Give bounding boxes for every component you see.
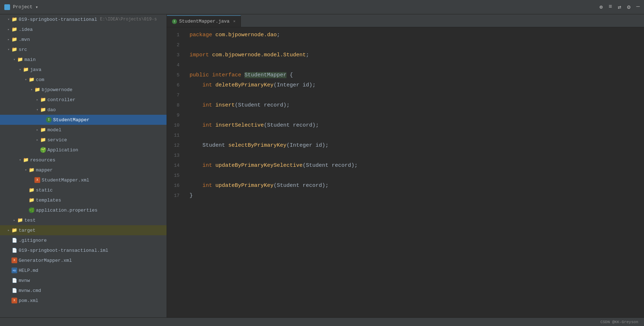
sidebar-item-controller[interactable]: 📁controller bbox=[0, 95, 167, 105]
sidebar-item-applicationProperties[interactable]: 🌿application.properties bbox=[0, 205, 167, 215]
sidebar-item-static[interactable]: 📁static bbox=[0, 185, 167, 195]
sidebar-item-StudentMapper[interactable]: IStudentMapper bbox=[0, 115, 167, 125]
icon-bjpowernode: 📁 bbox=[34, 87, 40, 93]
label-com: com bbox=[36, 77, 44, 82]
icon-service: 📁 bbox=[40, 137, 46, 143]
punctuation: ; bbox=[286, 102, 290, 108]
icon-applicationProperties: 🌿 bbox=[29, 207, 34, 213]
sidebar-item-test[interactable]: 📁test bbox=[0, 215, 167, 225]
root-arrow bbox=[6, 17, 11, 22]
sidebar-item-pom[interactable]: Xpom.xml bbox=[0, 296, 167, 306]
package-name: com.bjpowernode.dao bbox=[215, 32, 277, 38]
icon-resources: 📁 bbox=[23, 157, 29, 163]
sidebar-item-Application[interactable]: 🌱Application bbox=[0, 145, 167, 155]
punctuation: ) bbox=[283, 102, 286, 108]
icon-controller: 📁 bbox=[40, 97, 46, 103]
label-applicationProperties: application.properties bbox=[36, 208, 98, 213]
line-content-3[interactable]: import com.bjpowernode.model.Student; bbox=[187, 50, 644, 60]
sidebar-item-resources[interactable]: 📁resources bbox=[0, 155, 167, 165]
arrow-java bbox=[17, 67, 23, 72]
icon-target: 📁 bbox=[11, 227, 17, 233]
line-content-8[interactable]: int insert(Student record); bbox=[187, 100, 644, 110]
indent-space bbox=[190, 122, 202, 128]
line-number-13: 13 bbox=[167, 151, 187, 161]
sidebar-item-com[interactable]: 📁com bbox=[0, 75, 167, 85]
punctuation: ) bbox=[312, 122, 316, 128]
sidebar-item-mvnw[interactable]: 📄mvnw bbox=[0, 275, 167, 285]
line-content-16[interactable]: int updateByPrimaryKey(Student record); bbox=[187, 181, 644, 191]
sidebar-root-item[interactable]: 📁 019-springboot-transactional E:\IDEA\P… bbox=[0, 14, 167, 24]
tab-icon: I bbox=[172, 19, 177, 24]
editor-content[interactable]: 1package com.bjpowernode.dao;23import co… bbox=[167, 27, 644, 317]
icon-StudentMapperXml: X bbox=[34, 177, 40, 183]
root-folder-icon: 📁 bbox=[11, 16, 17, 22]
sidebar-item-bjpowernode[interactable]: 📁bjpowernode bbox=[0, 85, 167, 95]
line-content-10[interactable]: int insertSelective(Student record); bbox=[187, 121, 644, 131]
arrow-mvn bbox=[6, 37, 11, 42]
minimize-icon[interactable]: ─ bbox=[636, 4, 640, 11]
settings-icon[interactable]: ⚙ bbox=[627, 4, 631, 11]
line-number-10: 10 bbox=[167, 121, 187, 131]
sidebar-item-idea[interactable]: 📁.idea bbox=[0, 24, 167, 34]
icon-generatorXml: X bbox=[11, 258, 17, 263]
code-line-9: 9 bbox=[167, 110, 644, 121]
sidebar-item-mvn[interactable]: 📁.mvn bbox=[0, 34, 167, 44]
punctuation: ; bbox=[325, 142, 328, 148]
icon-gitignore: 📄 bbox=[11, 237, 17, 243]
sidebar-item-model[interactable]: 📁model bbox=[0, 125, 167, 135]
sidebar-item-dao[interactable]: 📁dao bbox=[0, 105, 167, 115]
sidebar-item-templates[interactable]: 📁templates bbox=[0, 195, 167, 205]
sidebar-item-java[interactable]: 📁java bbox=[0, 65, 167, 75]
nav-icon-1[interactable]: ⊕ bbox=[599, 4, 603, 11]
line-content-5[interactable]: public interface StudentMapper { bbox=[187, 70, 644, 80]
punctuation: ; bbox=[306, 52, 309, 58]
icon-StudentMapper: I bbox=[46, 117, 52, 123]
arrow-model bbox=[34, 128, 40, 132]
sidebar-item-helpMd[interactable]: MDHELP.md bbox=[0, 265, 167, 275]
line-number-11: 11 bbox=[167, 131, 187, 141]
line-content-1[interactable]: package com.bjpowernode.dao; bbox=[187, 30, 644, 40]
sidebar-item-gitignore[interactable]: 📄.gitignore bbox=[0, 235, 167, 245]
title-bar-icons: ⊕ ≡ ⇄ ⚙ ─ bbox=[599, 4, 640, 11]
sidebar-item-service[interactable]: 📁service bbox=[0, 135, 167, 145]
code-container: 1package com.bjpowernode.dao;23import co… bbox=[167, 30, 644, 201]
sidebar-item-iml[interactable]: 📄019-springboot-transactional.iml bbox=[0, 245, 167, 255]
arrow-src bbox=[6, 47, 11, 52]
line-content-17[interactable]: } bbox=[187, 191, 644, 201]
code-line-7: 7 bbox=[167, 90, 644, 100]
sidebar-item-main[interactable]: 📁main bbox=[0, 55, 167, 65]
sidebar-item-generatorXml[interactable]: XGeneratorMapper.xml bbox=[0, 255, 167, 265]
code-line-3: 3import com.bjpowernode.model.Student; bbox=[167, 50, 644, 60]
sidebar-item-mvnwCmd[interactable]: 📄mvnw.cmd bbox=[0, 285, 167, 296]
punctuation: ) bbox=[322, 183, 325, 189]
label-test: test bbox=[24, 218, 36, 223]
icon-pom: X bbox=[11, 298, 17, 303]
arrow-com bbox=[23, 77, 29, 82]
line-content-14[interactable]: int updateByPrimaryKeySelective(Student … bbox=[187, 161, 644, 171]
icon-src: 📁 bbox=[11, 47, 17, 52]
arrow-target bbox=[6, 228, 11, 232]
sidebar-item-src[interactable]: 📁src bbox=[0, 44, 167, 55]
line-content-12[interactable]: Student selectByPrimaryKey(Integer id); bbox=[187, 141, 644, 151]
nav-icon-2[interactable]: ≡ bbox=[609, 4, 612, 11]
code-line-17: 17} bbox=[167, 191, 644, 201]
line-content-6[interactable]: int deleteByPrimaryKey(Integer id); bbox=[187, 80, 644, 90]
code-line-13: 13 bbox=[167, 151, 644, 161]
sidebar-item-mapper[interactable]: 📁mapper bbox=[0, 165, 167, 175]
line-number-7: 7 bbox=[167, 90, 187, 100]
tab-close-button[interactable]: × bbox=[233, 19, 235, 24]
keyword: int bbox=[202, 122, 215, 128]
label-dao: dao bbox=[47, 107, 56, 113]
sidebar-item-StudentMapperXml[interactable]: XStudentMapper.xml bbox=[0, 175, 167, 185]
line-number-1: 1 bbox=[167, 30, 187, 40]
watermark: CSDN @KK-Greyson bbox=[600, 320, 638, 324]
sidebar-item-target[interactable]: 📁target bbox=[0, 225, 167, 235]
dropdown-icon[interactable]: ▾ bbox=[36, 4, 38, 10]
nav-icon-3[interactable]: ⇄ bbox=[618, 4, 621, 11]
editor-tab[interactable]: I StudentMapper.java × bbox=[167, 15, 241, 27]
line-number-2: 2 bbox=[167, 40, 187, 50]
punctuation: ( bbox=[286, 142, 290, 148]
punctuation: { bbox=[286, 72, 293, 78]
icon-templates: 📁 bbox=[29, 197, 34, 203]
arrow-idea bbox=[6, 27, 11, 32]
